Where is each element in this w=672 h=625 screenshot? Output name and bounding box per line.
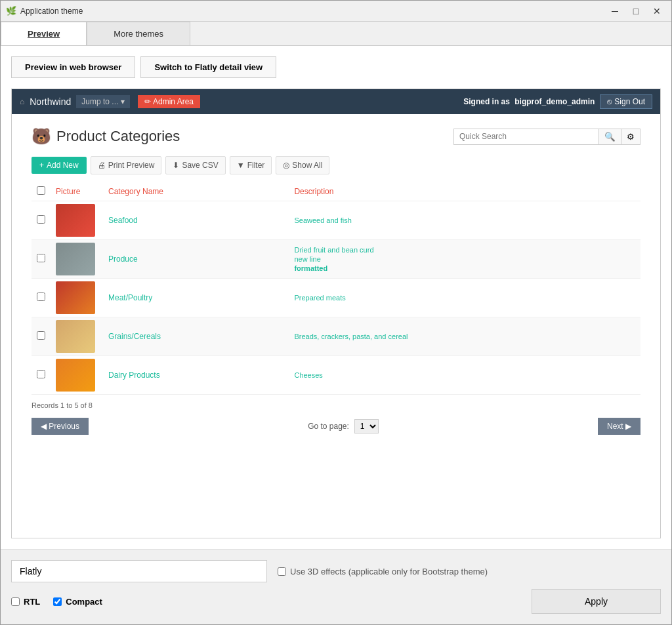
category-name-link[interactable]: Grains/Cereals (108, 332, 161, 341)
app-content: 🐻 Product Categories 🔍 ⚙ (12, 114, 660, 538)
search-icon: 🔍 (604, 132, 616, 142)
close-button[interactable]: ✕ (648, 5, 666, 18)
row-checkbox[interactable] (37, 331, 45, 340)
row-checkbox[interactable] (37, 292, 45, 301)
description-text: Breads, crackers, pasta, and cereal (294, 333, 408, 340)
window-title: Application theme (20, 7, 606, 16)
window-controls: ─ □ ✕ (606, 5, 666, 18)
desc-formatted-text: formatted (294, 264, 327, 272)
col-description: Description (289, 182, 640, 201)
rtl-checkbox[interactable] (11, 597, 20, 606)
pencil-icon: ✏ (144, 97, 153, 106)
print-icon: 🖨 (98, 161, 106, 170)
home-icon: ⌂ (20, 97, 24, 106)
switch-view-button[interactable]: Switch to Flatly detail view (140, 56, 276, 78)
maximize-button[interactable]: □ (627, 5, 645, 18)
category-name-link[interactable]: Dairy Products (108, 371, 160, 380)
use-3d-label[interactable]: Use 3D effects (applicable only for Boot… (278, 567, 488, 576)
compact-label[interactable]: Compact (53, 597, 102, 607)
gear-icon: ⚙ (627, 132, 635, 142)
description-text: Dried fruit and bean curd (294, 246, 373, 254)
desc-extra-text: new line (294, 255, 320, 263)
table-row: ProduceDried fruit and bean curdnew line… (32, 240, 640, 279)
col-picture: Picture (51, 182, 103, 201)
description-text: Prepared meats (294, 294, 345, 302)
page-header: 🐻 Product Categories 🔍 ⚙ (32, 127, 640, 146)
pagination-center: Go to page: 1 2 (308, 419, 379, 433)
table-row: Meat/PoultryPrepared meats (32, 279, 640, 317)
bottom-row2: RTL Compact Apply (11, 589, 661, 614)
admin-area-button[interactable]: ✏ Admin Area (138, 95, 200, 108)
application-window: 🌿 Application theme ─ □ ✕ Preview More t… (0, 0, 672, 625)
theme-select[interactable]: Flatly Default Bootstrap Cerulean Cosmo (11, 560, 267, 582)
table-row: Grains/CerealsBreads, crackers, pasta, a… (32, 317, 640, 356)
jump-to-button[interactable]: Jump to ... ▾ (76, 95, 130, 108)
search-button[interactable]: 🔍 (598, 129, 621, 144)
print-preview-button[interactable]: 🖨 Print Preview (91, 156, 162, 174)
page-title: Product Categories (56, 128, 180, 145)
navbar-brand[interactable]: Northwind (30, 96, 71, 107)
compact-checkbox[interactable] (53, 597, 62, 606)
row-checkbox[interactable] (37, 215, 45, 224)
bottom-row1: Flatly Default Bootstrap Cerulean Cosmo … (11, 560, 661, 582)
product-image (56, 243, 95, 275)
product-image (56, 359, 95, 392)
app-navbar: ⌂ Northwind Jump to ... ▾ ✏ Admin Area S… (12, 89, 660, 114)
bottom-controls: Flatly Default Bootstrap Cerulean Cosmo … (1, 549, 671, 624)
content-area: Preview in web browser Switch to Flatly … (1, 46, 671, 549)
sign-out-button[interactable]: ⎋ Sign Out (600, 94, 652, 109)
signout-icon: ⎋ (607, 97, 612, 106)
theme-select-wrap: Flatly Default Bootstrap Cerulean Cosmo (11, 560, 267, 582)
description-text: Cheeses (294, 371, 322, 379)
table-row: Dairy ProductsCheeses (32, 356, 640, 395)
previous-button[interactable]: ◀ Previous (32, 418, 89, 435)
page-title-row: 🐻 Product Categories (32, 127, 180, 146)
select-all-checkbox[interactable] (37, 186, 45, 195)
table-row: SeafoodSeaweed and fish (32, 201, 640, 240)
category-name-link[interactable]: Produce (108, 254, 138, 264)
category-name-link[interactable]: Meat/Poultry (108, 293, 152, 302)
row-checkbox[interactable] (37, 370, 45, 378)
tab-preview[interactable]: Preview (1, 22, 87, 45)
show-all-button[interactable]: ◎ Show All (276, 156, 329, 174)
row-checkbox[interactable] (37, 254, 45, 262)
tab-more-themes[interactable]: More themes (87, 22, 190, 45)
eye-icon: ◎ (283, 161, 289, 170)
download-icon: ⬇ (173, 161, 179, 170)
description-text: Seaweed and fish (294, 216, 351, 224)
minimize-button[interactable]: ─ (606, 5, 624, 18)
signed-in-text: Signed in as bigprof_demo_admin (463, 97, 595, 106)
preview-web-button[interactable]: Preview in web browser (11, 56, 135, 78)
checkboxes: RTL Compact (11, 597, 102, 607)
records-info: Records 1 to 5 of 8 (32, 400, 640, 410)
data-table: Picture Category Name Description Seafoo… (32, 182, 640, 395)
plus-icon: + (39, 161, 44, 170)
product-image (56, 204, 95, 237)
save-csv-button[interactable]: ⬇ Save CSV (165, 156, 225, 174)
search-box: 🔍 ⚙ (453, 129, 640, 145)
col-category-name: Category Name (103, 182, 289, 201)
add-new-button[interactable]: + Add New (32, 157, 87, 174)
page-select[interactable]: 1 2 (354, 419, 379, 433)
toolbar: + Add New 🖨 Print Preview ⬇ Save CSV ▼ F… (32, 156, 640, 174)
product-image (56, 281, 95, 314)
page-icon: 🐻 (32, 127, 51, 146)
title-bar: 🌿 Application theme ─ □ ✕ (1, 1, 671, 22)
top-buttons-row: Preview in web browser Switch to Flatly … (11, 56, 661, 78)
filter-icon: ▼ (237, 161, 245, 170)
pagination-bar: ◀ Previous Go to page: 1 2 Next ▶ (32, 418, 640, 435)
dropdown-arrow-icon: ▾ (121, 97, 125, 106)
tab-bar: Preview More themes (1, 22, 671, 46)
preview-frame: ⌂ Northwind Jump to ... ▾ ✏ Admin Area S… (11, 89, 661, 538)
product-image (56, 320, 95, 353)
use-3d-checkbox[interactable] (278, 567, 286, 576)
search-input[interactable] (454, 129, 598, 144)
rtl-label[interactable]: RTL (11, 597, 40, 607)
category-name-link[interactable]: Seafood (108, 216, 138, 225)
search-settings-button[interactable]: ⚙ (621, 129, 640, 144)
apply-button[interactable]: Apply (532, 589, 661, 614)
next-button[interactable]: Next ▶ (598, 418, 640, 435)
filter-button[interactable]: ▼ Filter (230, 156, 272, 174)
app-icon: 🌿 (6, 6, 16, 16)
